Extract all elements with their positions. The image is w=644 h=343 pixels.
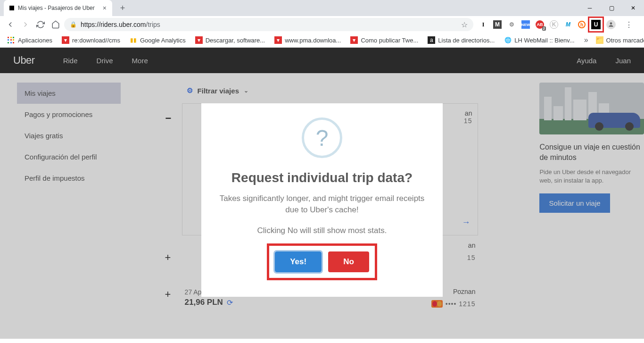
ext-uber-icon[interactable]: U bbox=[591, 20, 601, 29]
back-button[interactable] bbox=[4, 18, 17, 31]
bookmark-item[interactable]: ▾Descargar, software... bbox=[191, 36, 269, 44]
close-window-button[interactable]: ✕ bbox=[622, 0, 644, 16]
bookmark-item[interactable]: ▾Como publicar Twe... bbox=[347, 36, 422, 44]
page-content: Uber Ride Drive More Ayuda Juan Mis viaj… bbox=[0, 48, 644, 339]
profile-avatar[interactable] bbox=[606, 20, 616, 29]
maximize-button[interactable]: ▢ bbox=[601, 0, 622, 16]
bookmark-item[interactable]: 🌐LH WebMail :: Bienv... bbox=[500, 36, 578, 44]
new-tab-button[interactable]: + bbox=[116, 1, 129, 15]
forward-button[interactable] bbox=[19, 18, 32, 31]
bookmarks-overflow[interactable]: » bbox=[582, 36, 590, 44]
bookmark-item[interactable]: ▾www.pma.downloa... bbox=[271, 36, 345, 44]
other-bookmarks[interactable]: 📁Otros marcadores bbox=[592, 36, 644, 44]
bookmark-item[interactable]: ▾re:download//cms bbox=[58, 36, 124, 44]
confirm-modal: ? Request individual trip data? Takes si… bbox=[201, 103, 443, 297]
bookmarks-bar: Aplicaciones ▾re:download//cms ▮▮Google … bbox=[0, 33, 644, 47]
bookmark-item[interactable]: aLista de directorios... bbox=[424, 36, 498, 44]
browser-tab[interactable]: Mis viajes - Pasajeros de Uber × bbox=[4, 0, 112, 16]
extension-icons: I M ⚙ NEW AB2 K M h U ⋮ bbox=[475, 20, 640, 29]
lock-icon: 🔒 bbox=[70, 21, 77, 28]
question-icon: ? bbox=[302, 117, 342, 158]
apps-shortcut[interactable]: Aplicaciones bbox=[4, 36, 56, 44]
ext-adblock-icon[interactable]: AB2 bbox=[536, 20, 544, 29]
star-icon[interactable]: ☆ bbox=[461, 20, 468, 29]
no-button[interactable]: No bbox=[328, 251, 369, 272]
ext-icon[interactable]: h bbox=[578, 21, 586, 28]
ext-icon[interactable]: I bbox=[479, 20, 487, 29]
modal-title: Request individual trip data? bbox=[231, 170, 413, 185]
tab-strip: Mis viajes - Pasajeros de Uber × + ─ ▢ ✕ bbox=[0, 0, 644, 16]
modal-note: Clicking No will still show most stats. bbox=[257, 226, 387, 235]
browser-menu[interactable]: ⋮ bbox=[621, 20, 636, 29]
close-tab-icon[interactable]: × bbox=[103, 4, 107, 12]
ext-icon[interactable]: M bbox=[564, 20, 572, 29]
tab-title: Mis viajes - Pasajeros de Uber bbox=[18, 5, 99, 11]
reload-button[interactable] bbox=[34, 18, 47, 31]
bookmark-item[interactable]: ▮▮Google Analytics bbox=[126, 36, 190, 44]
home-button[interactable] bbox=[49, 18, 62, 31]
url-text: https://riders.uber.com/trips bbox=[81, 21, 160, 28]
svg-point-0 bbox=[610, 22, 612, 25]
ext-icon[interactable]: K bbox=[550, 20, 558, 29]
minimize-button[interactable]: ─ bbox=[579, 0, 601, 16]
browser-chrome: Mis viajes - Pasajeros de Uber × + ─ ▢ ✕… bbox=[0, 0, 644, 48]
modal-description: Takes significantly longer, and might tr… bbox=[215, 193, 429, 216]
ext-icon[interactable]: M bbox=[493, 20, 502, 29]
modal-buttons: Yes! No bbox=[269, 246, 375, 278]
ext-icon[interactable]: ⚙ bbox=[507, 20, 516, 29]
ext-icon[interactable]: NEW bbox=[521, 20, 530, 29]
browser-toolbar: 🔒 https://riders.uber.com/trips ☆ I M ⚙ … bbox=[0, 16, 644, 33]
address-bar[interactable]: 🔒 https://riders.uber.com/trips ☆ bbox=[64, 18, 473, 31]
favicon bbox=[9, 6, 14, 10]
yes-button[interactable]: Yes! bbox=[275, 251, 322, 272]
